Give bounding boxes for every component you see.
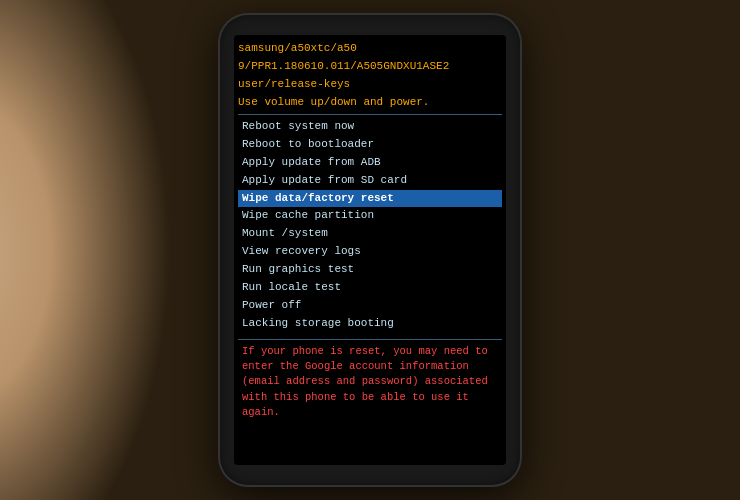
menu-item-11[interactable]: Lacking storage booting bbox=[238, 315, 502, 333]
menu-item-4[interactable]: Wipe data/factory reset bbox=[238, 190, 502, 208]
device-model-line2: 9/PPR1.180610.011/A505GNDXU1ASE2 bbox=[238, 59, 502, 75]
menu-item-7[interactable]: View recovery logs bbox=[238, 243, 502, 261]
menu-item-5[interactable]: Wipe cache partition bbox=[238, 207, 502, 225]
recovery-menu: Reboot system nowReboot to bootloaderApp… bbox=[238, 118, 502, 333]
menu-item-1[interactable]: Reboot to bootloader bbox=[238, 136, 502, 154]
scene: samsung/a50xtc/a50 9/PPR1.180610.011/A50… bbox=[0, 0, 740, 500]
menu-item-2[interactable]: Apply update from ADB bbox=[238, 154, 502, 172]
device-model-line1: samsung/a50xtc/a50 bbox=[238, 41, 502, 57]
warning-box: If your phone is reset, you may need to … bbox=[238, 339, 502, 424]
screen-content: samsung/a50xtc/a50 9/PPR1.180610.011/A50… bbox=[234, 35, 506, 465]
menu-item-6[interactable]: Mount /system bbox=[238, 225, 502, 243]
phone-screen: samsung/a50xtc/a50 9/PPR1.180610.011/A50… bbox=[234, 35, 506, 465]
menu-item-9[interactable]: Run locale test bbox=[238, 279, 502, 297]
divider-top bbox=[238, 114, 502, 115]
menu-item-10[interactable]: Power off bbox=[238, 297, 502, 315]
device-model-line3: user/release-keys bbox=[238, 77, 502, 93]
menu-item-0[interactable]: Reboot system now bbox=[238, 118, 502, 136]
device-instruction: Use volume up/down and power. bbox=[238, 95, 502, 111]
menu-item-3[interactable]: Apply update from SD card bbox=[238, 172, 502, 190]
warning-text: If your phone is reset, you may need to … bbox=[242, 344, 498, 420]
menu-item-8[interactable]: Run graphics test bbox=[238, 261, 502, 279]
phone-device: samsung/a50xtc/a50 9/PPR1.180610.011/A50… bbox=[220, 15, 520, 485]
